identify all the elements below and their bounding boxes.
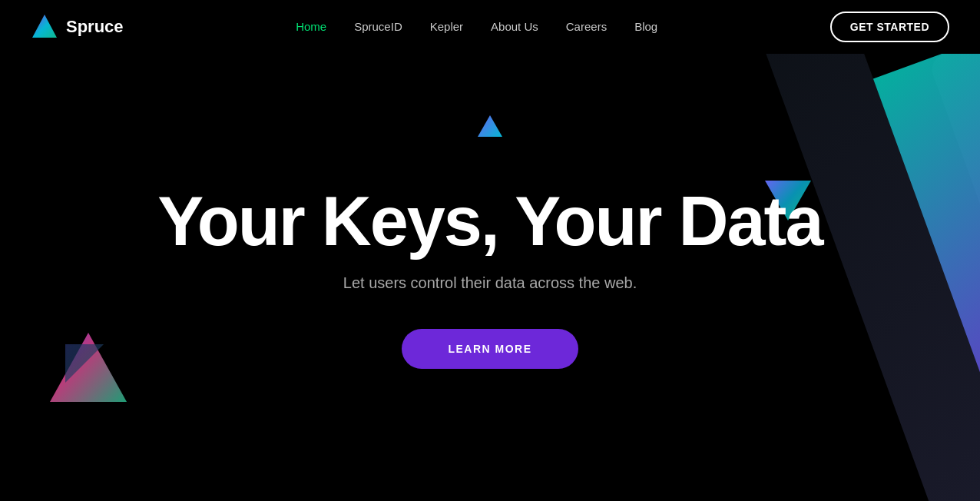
bg-stripe-gradient [824, 54, 980, 501]
brand-name: Spruce [66, 17, 124, 37]
nav-link-home[interactable]: Home [296, 20, 326, 33]
nav-link-careers[interactable]: Careers [566, 20, 607, 33]
nav-item-careers[interactable]: Careers [566, 20, 607, 34]
hero-subtitle: Let users control their data across the … [343, 274, 637, 292]
learn-more-button[interactable]: LEARN MORE [402, 329, 578, 369]
hero-section: Your Keys, Your Data Let users control t… [0, 54, 980, 501]
nav-item-about[interactable]: About Us [491, 20, 538, 34]
navbar: Spruce Home SpruceID Kepler About Us Car… [0, 0, 980, 54]
nav-item-kepler[interactable]: Kepler [430, 20, 463, 34]
nav-link-about[interactable]: About Us [491, 20, 538, 33]
hero-title: Your Keys, Your Data [157, 187, 822, 256]
svg-marker-4 [65, 344, 104, 383]
nav-link-spruceid[interactable]: SpruceID [354, 20, 402, 33]
hero-content: Your Keys, Your Data Let users control t… [157, 187, 822, 369]
nav-item-spruceid[interactable]: SpruceID [354, 20, 402, 34]
nav-item-blog[interactable]: Blog [634, 20, 657, 34]
logo[interactable]: Spruce [31, 13, 124, 41]
nav-link-blog[interactable]: Blog [634, 20, 657, 33]
get-started-button[interactable]: GET STARTED [830, 12, 949, 42]
nav-links: Home SpruceID Kepler About Us Careers Bl… [296, 20, 657, 34]
svg-marker-1 [478, 115, 502, 137]
logo-icon [31, 13, 58, 41]
svg-marker-3 [50, 333, 127, 402]
nav-link-kepler[interactable]: Kepler [430, 20, 463, 33]
bg-stripe-dark [928, 54, 980, 501]
nav-item-home[interactable]: Home [296, 20, 326, 34]
floating-triangle-left [46, 329, 131, 409]
floating-triangle-top [478, 115, 502, 140]
svg-marker-0 [32, 15, 57, 38]
